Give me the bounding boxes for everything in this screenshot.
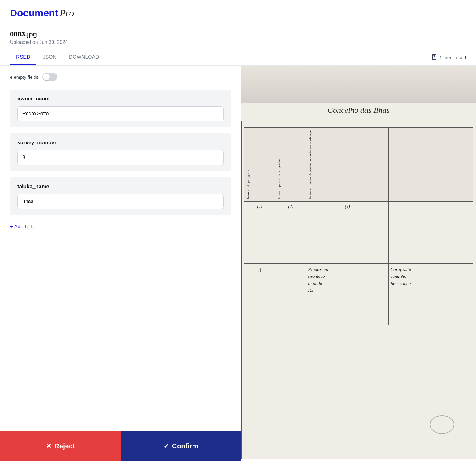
doc-title: Concelho das Ilhas [328, 106, 390, 115]
doc-cell-1-1: (1) [244, 201, 275, 263]
file-date: Uploaded on Jun 30, 2024 [10, 40, 466, 45]
tab-download[interactable]: DOWNLOAD [63, 50, 105, 65]
right-panel: Concelho das Ilhas Numero do polygono Nu… [241, 66, 476, 459]
tab-parsed[interactable]: RSED [10, 50, 36, 65]
doc-table-area: Numero do polygono Numero provisorio do … [244, 127, 473, 459]
toggle-label: e empty fields [10, 74, 39, 80]
tab-json[interactable]: JSON [36, 50, 63, 65]
doc-table: Numero do polygono Numero provisorio do … [244, 127, 473, 325]
doc-col-header-4 [389, 128, 473, 202]
doc-cell-1-2: (2) [275, 201, 306, 263]
reject-icon: ✕ [46, 442, 51, 450]
doc-cell-2-4: CorufrontocaminhoRe e com o [389, 263, 473, 325]
action-bar: ✕ Reject ✓ Confirm [0, 431, 241, 461]
main-layout: e empty fields owner_name survey_number … [0, 66, 476, 459]
credits-text: 1 credit used [440, 55, 466, 60]
doc-cell-2-2 [275, 263, 306, 325]
doc-cell-2-1: 3 [244, 263, 275, 325]
reject-button[interactable]: ✕ Reject [0, 431, 121, 461]
logo: Document Pro [10, 7, 466, 19]
header: Document Pro [0, 0, 476, 24]
logo-pro-text: Pro [59, 7, 74, 19]
doc-stamp [430, 415, 454, 434]
doc-cell-2-3: Predios autiro decominadoRir [306, 263, 389, 325]
doc-col-header-3: Nome ou nomes de predio; sua natureza e … [306, 128, 389, 202]
empty-fields-toggle[interactable] [42, 73, 57, 81]
doc-data-row-1: 3 Predios autiro decominadoRir Corufront… [244, 263, 473, 325]
doc-col-header-4-text [390, 198, 391, 200]
field-section-taluka-name: taluka_name [10, 177, 231, 215]
credits-info: 🗄 1 credit used [431, 54, 466, 61]
doc-cell-1-4 [389, 201, 473, 263]
confirm-button[interactable]: ✓ Confirm [121, 431, 241, 461]
field-input-owner-name[interactable] [17, 106, 224, 121]
doc-col-header-2-text: Numero provisorio do predio [277, 158, 282, 200]
doc-col-header-1: Numero do polygono [244, 128, 275, 202]
doc-col-header-3-text: Nome ou nomes de predio; sua natureza e … [308, 129, 312, 200]
doc-col-header-1-text: Numero do polygono [246, 169, 251, 200]
doc-cell-1-3: (3) [306, 201, 389, 263]
toggle-row: e empty fields [10, 73, 231, 81]
toggle-knob [43, 74, 50, 80]
field-input-taluka-name[interactable] [17, 194, 224, 209]
doc-divider-line [241, 121, 242, 459]
field-section-owner-name: owner_name [10, 90, 231, 127]
credits-icon: 🗄 [431, 54, 437, 61]
tabs-bar: RSED JSON DOWNLOAD 🗄 1 credit used [0, 50, 476, 66]
doc-header-row: Numero do polygono Numero provisorio do … [244, 128, 473, 202]
add-field-link[interactable]: + Add field [10, 221, 231, 232]
field-input-survey-number[interactable] [17, 150, 224, 165]
confirm-icon: ✓ [164, 442, 169, 450]
doc-page: Concelho das Ilhas Numero do polygono Nu… [241, 66, 476, 459]
file-info: 0003.jpg Uploaded on Jun 30, 2024 [0, 24, 476, 45]
reject-label: Reject [54, 442, 75, 450]
doc-top-band [241, 66, 476, 103]
file-name: 0003.jpg [10, 30, 466, 38]
left-panel: e empty fields owner_name survey_number … [0, 66, 241, 459]
doc-num-row: (1) (2) (3) [244, 201, 473, 263]
field-label-survey-number: survey_number [17, 140, 224, 146]
logo-document-text: Document [10, 7, 58, 19]
field-section-survey-number: survey_number [10, 133, 231, 171]
field-label-owner-name: owner_name [17, 96, 224, 102]
confirm-label: Confirm [172, 442, 198, 450]
field-label-taluka-name: taluka_name [17, 184, 224, 190]
doc-col-header-2: Numero provisorio do predio [275, 128, 306, 202]
